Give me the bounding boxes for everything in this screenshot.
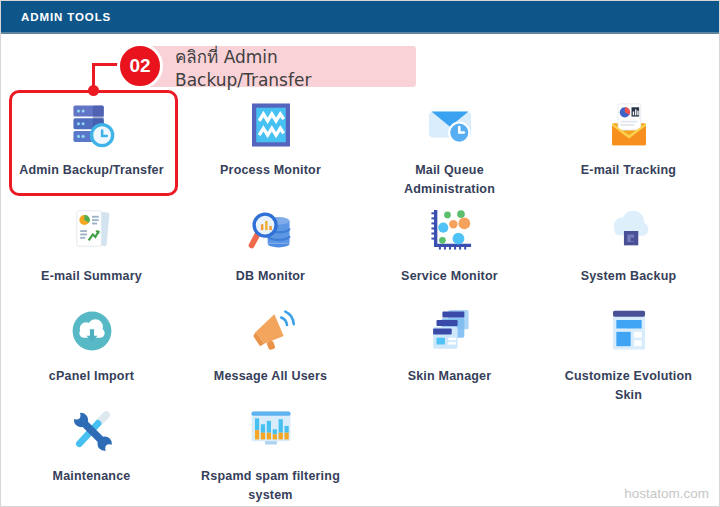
- megaphone-icon: [244, 305, 298, 357]
- step-number: 02: [129, 55, 150, 77]
- layered-cards-icon: [423, 305, 477, 357]
- bar-chart-monitor-icon: [244, 405, 298, 457]
- tool-label-line: Mail Queue: [404, 161, 495, 180]
- tool-label: DB Monitor: [236, 267, 305, 286]
- tool-label-line: Rspamd spam filtering: [201, 467, 340, 486]
- tool-label: cPanel Import: [49, 367, 134, 386]
- waveform-monitor-icon: [244, 99, 298, 151]
- watermark-text: hostatom.com: [624, 486, 709, 501]
- tool-label: System Backup: [581, 267, 677, 286]
- tool-process-monitor[interactable]: Process Monitor: [181, 86, 360, 196]
- tool-label-line: Customize Evolution: [565, 367, 692, 386]
- tool-db-monitor[interactable]: DB Monitor: [181, 196, 360, 296]
- tool-admin-backup-transfer[interactable]: Admin Backup/Transfer: [2, 86, 181, 196]
- tool-label-line: system: [201, 486, 340, 505]
- callout-text: คลิกที่ Admin Backup/Transfer: [175, 43, 416, 90]
- tool-maintenance[interactable]: Maintenance: [2, 396, 181, 498]
- section-title: ADMIN TOOLS: [21, 11, 111, 23]
- tool-email-summary[interactable]: E-mail Summary: [2, 196, 181, 296]
- tools-grid: Admin Backup/Transfer Process Monitor: [2, 86, 718, 498]
- step-number-badge: 02: [117, 43, 163, 89]
- callout-bubble: คลิกที่ Admin Backup/Transfer: [129, 46, 416, 87]
- tool-label: Message All Users: [214, 367, 327, 386]
- tool-service-monitor[interactable]: Service Monitor: [360, 196, 539, 296]
- tool-label: E-mail Summary: [41, 267, 142, 286]
- tool-label: Skin Manager: [408, 367, 492, 386]
- callout-connector-dot: [88, 85, 99, 96]
- cloud-download-icon: [65, 305, 119, 357]
- tool-message-all-users[interactable]: Message All Users: [181, 296, 360, 396]
- wrench-screwdriver-icon: [65, 405, 119, 457]
- tool-email-tracking[interactable]: E-mail Tracking: [539, 86, 718, 196]
- admin-tools-panel: ADMIN TOOLS Admin Backup/Transfer: [0, 0, 720, 507]
- tool-rspamd-spam-filtering[interactable]: Rspamd spam filtering system: [181, 396, 360, 498]
- cloud-box-icon: [602, 205, 656, 257]
- server-backup-clock-icon: [65, 99, 119, 151]
- bubble-chart-icon: [423, 205, 477, 257]
- tool-label: E-mail Tracking: [581, 161, 676, 180]
- tool-system-backup[interactable]: System Backup: [539, 196, 718, 296]
- browser-layout-icon: [602, 305, 656, 357]
- envelope-clock-icon: [423, 99, 477, 151]
- tool-customize-evolution-skin[interactable]: Customize Evolution Skin: [539, 296, 718, 396]
- envelope-report-icon: [602, 99, 656, 151]
- tool-label: Service Monitor: [401, 267, 498, 286]
- tool-label: Maintenance: [53, 467, 131, 486]
- tool-label: Admin Backup/Transfer: [19, 161, 164, 180]
- tool-label: Process Monitor: [220, 161, 321, 180]
- section-header: ADMIN TOOLS: [1, 1, 719, 34]
- tool-mail-queue-administration[interactable]: Mail Queue Administration: [360, 86, 539, 196]
- tool-label-line: Skin: [565, 386, 692, 405]
- tool-cpanel-import[interactable]: cPanel Import: [2, 296, 181, 396]
- report-document-icon: [65, 205, 119, 257]
- database-magnifier-icon: [244, 205, 298, 257]
- tool-skin-manager[interactable]: Skin Manager: [360, 296, 539, 396]
